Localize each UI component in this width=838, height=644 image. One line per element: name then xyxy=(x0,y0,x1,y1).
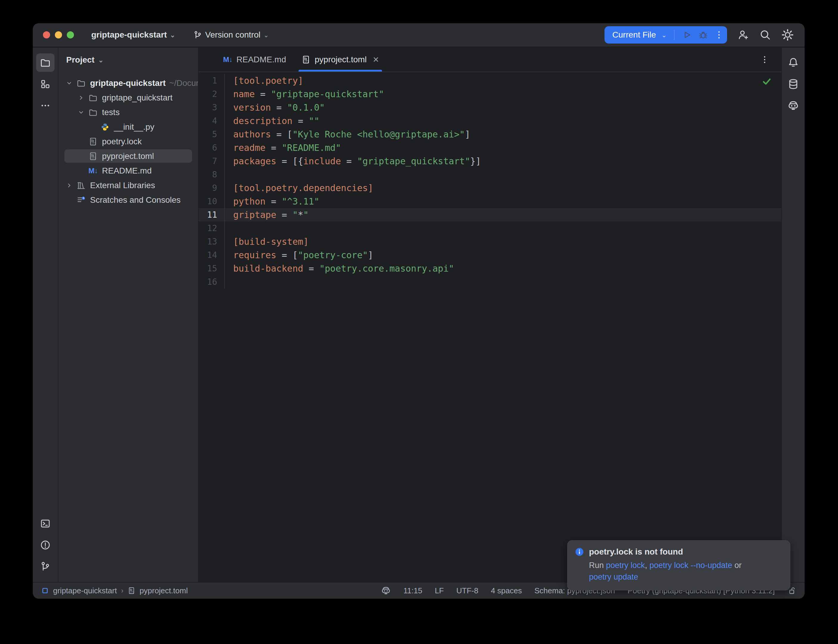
tree-item-init-py[interactable]: __init__.py xyxy=(58,120,198,134)
scratch-icon xyxy=(77,196,85,205)
status-item-11-15[interactable]: 11:15 xyxy=(404,586,422,595)
database-tool-window-button[interactable] xyxy=(784,75,802,93)
code-line-16[interactable]: 16 xyxy=(199,275,781,289)
svg-text:[T]: [T] xyxy=(91,156,96,159)
copilot-icon xyxy=(787,100,799,112)
code-line-4[interactable]: 4 description = "" xyxy=(199,114,781,128)
line-number: 14 xyxy=(199,248,225,262)
line-number: 7 xyxy=(199,154,225,168)
search-everywhere-button[interactable] xyxy=(759,29,771,41)
svg-text:[T]: [T] xyxy=(130,591,134,594)
minimize-window-button[interactable] xyxy=(55,31,62,38)
project-tool-window-button[interactable] xyxy=(36,53,54,72)
tree-item-scratches-and-consoles[interactable]: Scratches and Consoles xyxy=(58,192,198,207)
run-widget: Current File ⌄ xyxy=(605,26,727,44)
notifications-button[interactable] xyxy=(784,53,802,72)
project-widget-label: griptape-quickstart xyxy=(91,30,167,39)
chevron-right-icon[interactable] xyxy=(75,94,87,102)
close-tab-icon[interactable]: ✕ xyxy=(373,55,380,64)
tree-item-external-libraries[interactable]: External Libraries xyxy=(58,178,198,192)
status-item-utf-8[interactable]: UTF-8 xyxy=(456,586,478,595)
status-breadcrumb: griptape-quickstart›[T]pyproject.toml xyxy=(41,586,188,595)
code-line-2[interactable]: 2 name = "griptape-quickstart" xyxy=(199,87,781,101)
tree-item-griptape-quickstart[interactable]: griptape_quickstart xyxy=(58,90,198,105)
chevron-down-icon[interactable] xyxy=(75,108,87,116)
status-item-4-spaces[interactable]: 4 spaces xyxy=(491,586,522,595)
folder-icon xyxy=(77,79,85,88)
chevron-down-icon[interactable] xyxy=(63,79,75,87)
run-config-selector[interactable]: Current File xyxy=(612,30,656,39)
terminal-tool-window-button[interactable] xyxy=(36,514,54,533)
line-number: 2 xyxy=(199,87,225,101)
structure-tool-window-button[interactable] xyxy=(36,75,54,93)
project-widget[interactable]: griptape-quickstart ⌄ xyxy=(91,30,175,39)
more-run-options-button[interactable] xyxy=(714,30,724,40)
svg-text:[T]: [T] xyxy=(91,142,96,145)
ide-window: griptape-quickstart ⌄ Version control ⌄ … xyxy=(33,23,805,599)
tab-options-button[interactable] xyxy=(760,55,769,64)
code-line-8[interactable]: 8 xyxy=(199,168,781,181)
debug-button[interactable] xyxy=(698,30,708,40)
close-window-button[interactable] xyxy=(43,31,50,38)
copilot-icon[interactable] xyxy=(381,586,391,596)
tab-pyproject-toml[interactable]: [T]pyproject.toml ✕ xyxy=(294,48,387,72)
right-tool-strip xyxy=(781,48,805,582)
line-number: 15 xyxy=(199,262,225,275)
copilot-tool-window-button[interactable] xyxy=(784,96,802,115)
markdown-icon: M↓ xyxy=(223,56,232,64)
code-line-15[interactable]: 15 build-backend = "poetry.core.masonry.… xyxy=(199,262,781,275)
tree-item-readme-md[interactable]: M↓ README.md xyxy=(58,163,198,178)
notification-link[interactable]: poetry lock --no-update xyxy=(649,561,733,570)
info-icon xyxy=(575,547,584,557)
code-line-7[interactable]: 7 packages = [{include = "griptape_quick… xyxy=(199,154,781,168)
folder-icon xyxy=(40,57,51,68)
svg-text:[T]: [T] xyxy=(304,60,309,63)
zoom-window-button[interactable] xyxy=(67,31,74,38)
toml-icon: [T] xyxy=(89,152,97,161)
code-editor[interactable]: 1 [tool.poetry] 2 name = "griptape-quick… xyxy=(199,72,781,289)
toml-icon: [T] xyxy=(89,137,97,146)
run-button[interactable] xyxy=(682,30,692,40)
notification-link[interactable]: poetry lock xyxy=(606,561,645,570)
more-horizontal-icon xyxy=(40,100,50,111)
chevron-down-icon[interactable]: ⌄ xyxy=(98,56,104,64)
line-number: 6 xyxy=(199,141,225,154)
editor-area: M↓README.md [T]pyproject.toml ✕ 1 [tool.… xyxy=(199,48,781,582)
add-user-button[interactable] xyxy=(737,29,749,41)
vcs-widget[interactable]: Version control ⌄ xyxy=(193,30,269,39)
version-control-tool-window-button[interactable] xyxy=(36,557,54,576)
tree-item-tests[interactable]: tests xyxy=(58,105,198,120)
settings-button[interactable] xyxy=(781,29,794,41)
problems-tool-window-button[interactable] xyxy=(36,536,54,554)
code-line-11[interactable]: 11 griptape = "*" xyxy=(199,208,781,222)
left-tool-strip xyxy=(33,48,58,582)
breadcrumb-file[interactable]: pyproject.toml xyxy=(140,586,188,595)
traffic-lights xyxy=(43,31,74,38)
tree-item-pyproject-toml[interactable]: [T] pyproject.toml xyxy=(58,149,198,163)
status-item-lf[interactable]: LF xyxy=(435,586,444,595)
code-line-12[interactable]: 12 xyxy=(199,222,781,235)
chevron-right-icon[interactable] xyxy=(63,182,75,189)
code-line-10[interactable]: 10 python = "^3.11" xyxy=(199,195,781,208)
tab-readme-md[interactable]: M↓README.md xyxy=(215,48,294,72)
tree-item-poetry-lock[interactable]: [T] poetry.lock xyxy=(58,134,198,149)
code-line-14[interactable]: 14 requires = ["poetry-core"] xyxy=(199,248,781,262)
chevron-down-icon: ⌄ xyxy=(661,31,667,39)
code-line-1[interactable]: 1 [tool.poetry] xyxy=(199,74,781,87)
code-line-6[interactable]: 6 readme = "README.md" xyxy=(199,141,781,154)
notification-link[interactable]: poetry update xyxy=(589,572,638,582)
code-line-13[interactable]: 13 [build-system] xyxy=(199,235,781,248)
chevron-down-icon: ⌄ xyxy=(170,31,175,39)
code-line-9[interactable]: 9 [tool.poetry.dependencies] xyxy=(199,181,781,195)
chevron-down-icon: ⌄ xyxy=(263,31,269,39)
notification-balloon: poetry.lock is not found Run poetry lock… xyxy=(567,540,790,590)
title-bar: griptape-quickstart ⌄ Version control ⌄ … xyxy=(33,23,805,47)
code-line-5[interactable]: 5 authors = ["Kyle Roche <hello@griptape… xyxy=(199,128,781,141)
breadcrumb-project[interactable]: griptape-quickstart xyxy=(53,586,117,595)
more-tool-windows-button[interactable] xyxy=(36,96,54,115)
notification-body: Run poetry lock, poetry lock --no-update… xyxy=(589,560,782,583)
chevron-right-icon: › xyxy=(121,586,123,595)
tree-item-griptape-quickstart[interactable]: griptape-quickstart ~/Docume xyxy=(58,76,198,90)
code-line-3[interactable]: 3 version = "0.1.0" xyxy=(199,101,781,114)
project-square-icon xyxy=(41,587,49,595)
